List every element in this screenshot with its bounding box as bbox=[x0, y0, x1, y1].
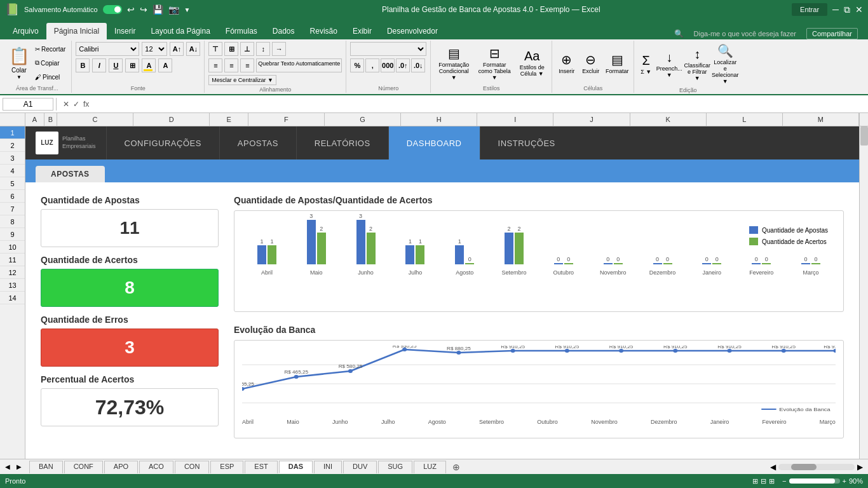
row-13-header[interactable]: 13 bbox=[0, 279, 25, 292]
col-J[interactable]: J bbox=[553, 113, 630, 126]
h-scrollbar-thumb[interactable] bbox=[791, 464, 817, 470]
camera-icon[interactable]: 📷 bbox=[168, 4, 179, 15]
col-A[interactable]: A bbox=[25, 113, 44, 126]
formula-input[interactable] bbox=[95, 98, 865, 110]
decimal-increase-button[interactable]: .0↑ bbox=[396, 58, 410, 72]
row-6-header[interactable]: 6 bbox=[0, 190, 25, 203]
row-10-header[interactable]: 10 bbox=[0, 241, 25, 254]
nav-tab-configuracoes[interactable]: CONFIGURAÇÕES bbox=[106, 126, 219, 159]
page-break-icon[interactable]: ⊞ bbox=[769, 477, 775, 485]
sheet-tab-apo[interactable]: APO bbox=[104, 461, 138, 473]
nav-tab-instrucoes[interactable]: INSTRUÇÕES bbox=[480, 126, 573, 159]
format-cells-button[interactable]: ▤ Formatar bbox=[604, 51, 630, 76]
tab-formulas[interactable]: Fórmulas bbox=[218, 23, 265, 39]
bold-button[interactable]: B bbox=[76, 58, 90, 72]
sheet-tab-ban[interactable]: BAN bbox=[29, 461, 63, 473]
cancel-formula-icon[interactable]: ✕ bbox=[63, 100, 69, 109]
prev-tab-icon[interactable]: ◀ bbox=[3, 463, 13, 470]
align-right-button[interactable]: ≡ bbox=[240, 58, 254, 72]
sheet-tab-con[interactable]: CON bbox=[175, 461, 209, 473]
border-button[interactable]: ⊞ bbox=[125, 58, 139, 72]
col-D[interactable]: D bbox=[133, 113, 210, 126]
sheet-tab-est[interactable]: EST bbox=[245, 461, 277, 473]
col-L[interactable]: L bbox=[707, 113, 783, 126]
scroll-left-icon[interactable]: ◀ bbox=[770, 463, 776, 471]
tab-inserir[interactable]: Inserir bbox=[107, 23, 143, 39]
entrar-button[interactable]: Entrar bbox=[792, 3, 827, 16]
sheet-tab-esp[interactable]: ESP bbox=[210, 461, 243, 473]
fill-button[interactable]: ↓ Preench... ▼ bbox=[656, 49, 682, 79]
sheet-content[interactable]: LUZ PlanilhasEmpresariais CONFIGURAÇÕES … bbox=[25, 126, 868, 459]
scroll-right-icon[interactable]: ▶ bbox=[857, 463, 863, 471]
paste-dropdown[interactable]: ▼ bbox=[17, 74, 22, 80]
nav-tab-apostas[interactable]: APOSTAS bbox=[219, 126, 296, 159]
scrollbar-thumb[interactable] bbox=[860, 126, 868, 146]
row-3-header[interactable]: 3 bbox=[0, 152, 25, 165]
sheet-tab-duv[interactable]: DUV bbox=[343, 461, 377, 473]
cell-styles-button[interactable]: Aa Estilos de Célula ▼ bbox=[516, 48, 548, 78]
font-color-button[interactable]: A bbox=[158, 58, 172, 72]
row-12-header[interactable]: 12 bbox=[0, 266, 25, 279]
sheet-tab-das[interactable]: DAS bbox=[279, 461, 313, 473]
paste-button[interactable]: 📋 Colar ▼ bbox=[6, 45, 32, 81]
col-H[interactable]: H bbox=[401, 113, 477, 126]
sheet-tab-conf[interactable]: CONF bbox=[64, 461, 103, 473]
conditional-formatting-button[interactable]: ▤ Formatação Condicional ▼ bbox=[435, 44, 473, 82]
tab-desenvolvedor[interactable]: Desenvolvedor bbox=[379, 23, 445, 39]
autosum-button[interactable]: Σ Σ ▼ bbox=[638, 52, 654, 76]
tab-exibir[interactable]: Exibir bbox=[345, 23, 379, 39]
font-name-select[interactable]: Calibri bbox=[76, 42, 139, 56]
normal-view-icon[interactable]: ⊞ bbox=[752, 477, 758, 485]
align-center-button[interactable]: ≡ bbox=[224, 58, 238, 72]
save-icon[interactable]: 💾 bbox=[153, 4, 163, 15]
nav-tab-dashboard[interactable]: DASHBOARD bbox=[388, 126, 480, 159]
col-F[interactable]: F bbox=[248, 113, 325, 126]
confirm-formula-icon[interactable]: ✓ bbox=[73, 100, 79, 109]
underline-button[interactable]: U bbox=[109, 58, 123, 72]
row-14-header[interactable]: 14 bbox=[0, 292, 25, 304]
comma-button[interactable]: , bbox=[365, 58, 379, 72]
sheet-tab-aco[interactable]: ACO bbox=[139, 461, 173, 473]
col-I[interactable]: I bbox=[477, 113, 553, 126]
zoom-control[interactable]: − + 90% bbox=[782, 477, 863, 485]
cell-reference-input[interactable] bbox=[3, 98, 53, 111]
decimal-decrease-button[interactable]: .0↓ bbox=[411, 58, 425, 72]
font-size-select[interactable]: 12 bbox=[142, 42, 167, 56]
align-bottom-button[interactable]: ⊥ bbox=[240, 42, 254, 56]
fill-color-button[interactable]: A bbox=[142, 58, 156, 72]
sheet-tab-ini[interactable]: INI bbox=[314, 461, 342, 473]
row-5-header[interactable]: 5 bbox=[0, 177, 25, 190]
restore-icon[interactable]: ⧉ bbox=[844, 4, 850, 15]
minimize-icon[interactable]: ─ bbox=[832, 4, 839, 15]
text-direction-button[interactable]: ↕ bbox=[256, 42, 270, 56]
redo-icon[interactable]: ↪ bbox=[140, 4, 147, 15]
vertical-scrollbar[interactable] bbox=[859, 126, 868, 459]
col-E[interactable]: E bbox=[210, 113, 248, 126]
share-button[interactable]: Compartilhar bbox=[806, 28, 858, 39]
insert-cells-button[interactable]: ⊕ Inserir bbox=[556, 51, 577, 76]
row-4-header[interactable]: 4 bbox=[0, 165, 25, 177]
undo-icon[interactable]: ↩ bbox=[127, 4, 135, 15]
merge-center-button[interactable]: Mesclar e Centralizar ▼ bbox=[208, 75, 276, 85]
decrease-font-button[interactable]: A↓ bbox=[186, 42, 200, 56]
autosave-toggle[interactable] bbox=[103, 5, 122, 14]
format-painter-button[interactable]: 🖌Pincel bbox=[33, 71, 67, 83]
row-1-header[interactable]: 1 bbox=[0, 126, 25, 139]
zoom-out-icon[interactable]: − bbox=[782, 477, 786, 485]
zoom-slider[interactable] bbox=[789, 478, 840, 484]
page-layout-icon[interactable]: ⊟ bbox=[761, 477, 766, 485]
percent-button[interactable]: % bbox=[350, 58, 364, 72]
close-icon[interactable]: ✕ bbox=[855, 4, 863, 15]
copy-button[interactable]: ⧉Copiar bbox=[33, 57, 67, 69]
delete-cells-button[interactable]: ⊖ Excluir bbox=[580, 51, 602, 76]
tab-dados[interactable]: Dados bbox=[265, 23, 302, 39]
increase-font-button[interactable]: A↑ bbox=[170, 42, 184, 56]
row-9-header[interactable]: 9 bbox=[0, 228, 25, 241]
row-2-header[interactable]: 2 bbox=[0, 139, 25, 152]
col-M[interactable]: M bbox=[783, 113, 859, 126]
search-bar-text[interactable]: Diga-me o que você deseja fazer bbox=[694, 30, 796, 37]
number-format-select[interactable] bbox=[350, 42, 426, 56]
nav-tab-relatorios[interactable]: RELATÓRIOS bbox=[296, 126, 388, 159]
format-as-table-button[interactable]: ⊟ Formatar como Tabela ▼ bbox=[475, 44, 513, 82]
next-tab-icon[interactable]: ▶ bbox=[14, 463, 24, 470]
